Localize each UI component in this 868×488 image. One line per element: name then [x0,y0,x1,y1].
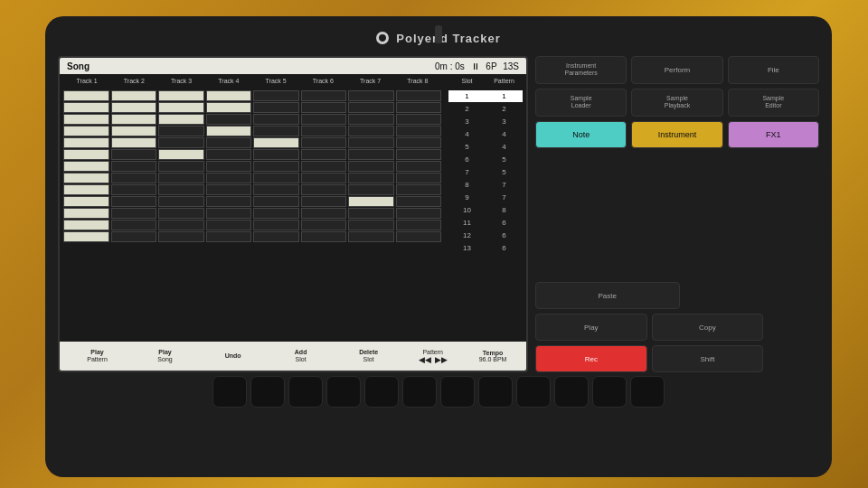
track-cell-r4-t5[interactable] [301,137,347,148]
track-cell-r7-t0[interactable] [63,173,109,183]
pad-1[interactable] [212,376,247,408]
track-cell-r8-t4[interactable] [253,184,299,195]
track-cell-r6-t5[interactable] [301,161,347,172]
track-cell-r10-t3[interactable] [206,208,252,219]
track-cell-r12-t3[interactable] [206,231,252,242]
paste-btn[interactable]: Paste [535,282,680,309]
track-cell-r10-t5[interactable] [301,208,347,219]
track-cell-r11-t6[interactable] [348,220,394,230]
slot-row-6[interactable]: 65 [448,154,523,165]
track-cell-r12-t4[interactable] [253,231,299,242]
track-cell-r12-t0[interactable] [63,231,109,242]
track-cell-r6-t6[interactable] [348,161,394,172]
track-cell-r5-t7[interactable] [396,149,442,160]
pad-10[interactable] [554,376,589,408]
sample-loader-btn[interactable]: SampleLoader [535,89,627,117]
slot-row-5[interactable]: 54 [448,141,523,153]
track-cell-r12-t7[interactable] [396,231,442,242]
track-cell-r5-t3[interactable] [206,149,252,160]
track-cell-r6-t3[interactable] [206,161,252,172]
track-cell-r12-t6[interactable] [348,231,394,242]
file-btn[interactable]: File [728,56,819,84]
pad-4[interactable] [326,376,361,408]
instrument-parameters-btn[interactable]: InstrumentParameters [535,56,627,84]
pad-7[interactable] [440,376,475,408]
track-cell-r5-t1[interactable] [111,149,157,160]
pattern-arrows[interactable]: ◀◀ ▶▶ [419,355,448,364]
prev-pattern-btn[interactable]: ◀◀ [419,355,431,364]
track-cell-r3-t2[interactable] [158,126,204,136]
track-cell-r5-t5[interactable] [301,149,347,160]
track-cell-r9-t7[interactable] [396,196,442,207]
track-cell-r11-t3[interactable] [206,220,252,230]
delete-slot-btn[interactable]: Delete Slot [351,349,387,364]
track-cell-r7-t7[interactable] [396,173,442,183]
track-cell-r8-t1[interactable] [111,184,157,195]
slot-row-13[interactable]: 136 [448,242,523,254]
play-song-btn[interactable]: Play Song [147,349,184,364]
track-cell-r10-t1[interactable] [111,208,157,219]
track-cell-r0-t3[interactable] [206,90,252,101]
track-cell-r4-t2[interactable] [158,137,204,148]
track-cell-r12-t5[interactable] [301,231,347,242]
slot-row-1[interactable]: 11 [448,90,523,102]
note-btn[interactable]: Note [535,121,627,148]
shift-btn[interactable]: Shift [652,345,764,372]
track-cell-r2-t4[interactable] [253,114,299,125]
track-cell-r2-t5[interactable] [301,114,347,125]
track-cell-r1-t6[interactable] [348,102,394,113]
sample-editor-btn[interactable]: SampleEditor [728,89,819,117]
track-cell-r4-t6[interactable] [348,137,394,148]
track-cell-r3-t0[interactable] [63,126,109,136]
track-cell-r7-t5[interactable] [301,173,347,183]
track-cell-r8-t2[interactable] [158,184,204,195]
track-cell-r11-t2[interactable] [158,220,204,230]
track-cell-r3-t7[interactable] [396,126,442,136]
track-cell-r0-t1[interactable] [111,90,157,101]
track-cell-r0-t7[interactable] [396,90,442,101]
track-cell-r11-t4[interactable] [253,220,299,230]
track-cell-r9-t4[interactable] [253,196,299,207]
track-cell-r0-t2[interactable] [158,90,204,101]
fx1-btn[interactable]: FX1 [728,121,819,148]
track-cell-r2-t3[interactable] [206,114,252,125]
track-cell-r6-t2[interactable] [158,161,204,172]
track-cell-r11-t0[interactable] [63,220,109,230]
track-cell-r2-t1[interactable] [111,114,157,125]
track-cell-r1-t0[interactable] [63,102,109,113]
track-cell-r5-t6[interactable] [348,149,394,160]
track-cell-r4-t0[interactable] [63,137,109,148]
track-cell-r10-t0[interactable] [63,208,109,219]
track-cell-r12-t2[interactable] [158,231,204,242]
track-cell-r1-t3[interactable] [206,102,252,113]
slot-row-2[interactable]: 22 [448,103,523,115]
track-cell-r12-t1[interactable] [111,231,157,242]
track-cell-r2-t7[interactable] [396,114,442,125]
track-cell-r7-t4[interactable] [253,173,299,183]
track-cell-r3-t5[interactable] [301,126,347,136]
pad-9[interactable] [516,376,551,408]
track-cell-r9-t3[interactable] [206,196,252,207]
track-cell-r1-t7[interactable] [396,102,442,113]
track-cell-r4-t4[interactable] [253,137,299,148]
track-cell-r9-t0[interactable] [63,196,109,207]
track-cell-r10-t7[interactable] [396,208,442,219]
track-cell-r9-t6[interactable] [348,196,394,207]
track-cell-r7-t6[interactable] [348,173,394,183]
slot-row-9[interactable]: 97 [448,192,523,203]
track-cell-r11-t1[interactable] [111,220,157,230]
track-cell-r2-t0[interactable] [63,114,109,125]
track-cell-r0-t5[interactable] [301,90,347,101]
track-cell-r9-t5[interactable] [301,196,347,207]
sample-playback-btn[interactable]: SamplePlayback [631,89,722,117]
add-slot-btn[interactable]: Add Slot [283,349,319,364]
slot-row-4[interactable]: 44 [448,128,523,140]
track-cell-r11-t5[interactable] [301,220,347,230]
track-cell-r3-t1[interactable] [111,126,157,136]
track-cell-r0-t6[interactable] [348,90,394,101]
track-cell-r3-t6[interactable] [348,126,394,136]
perform-btn[interactable]: Perform [631,56,722,84]
track-cell-r9-t1[interactable] [111,196,157,207]
track-cell-r10-t6[interactable] [348,208,394,219]
track-cell-r6-t7[interactable] [396,161,442,172]
